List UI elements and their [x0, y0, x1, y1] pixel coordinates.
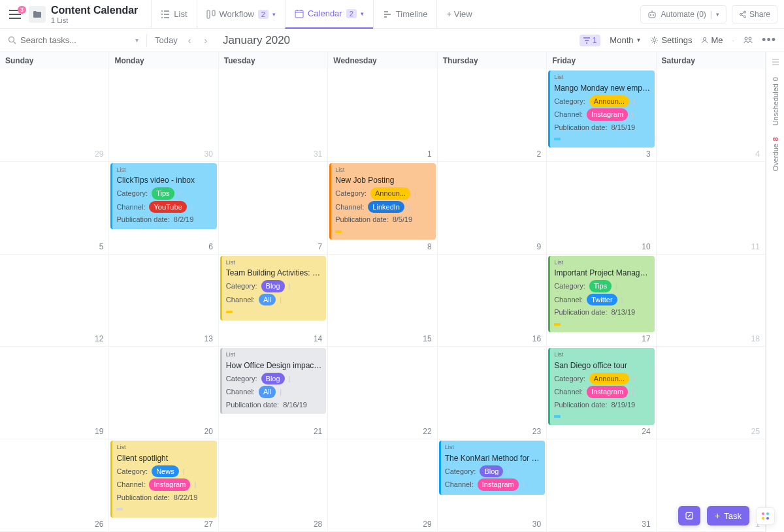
category-tag: Announ...: [589, 95, 629, 108]
calendar-cell[interactable]: 19: [0, 347, 109, 439]
calendar-cell[interactable]: 5: [0, 162, 109, 255]
pub-date: 8/2/19: [174, 214, 194, 225]
unscheduled-panel[interactable]: Unscheduled 0: [772, 77, 779, 125]
timeline-icon: [383, 10, 392, 19]
prev-month[interactable]: ‹: [186, 35, 194, 46]
overdue-panel[interactable]: Overdue 8: [772, 137, 779, 171]
calendar-cell[interactable]: 30: [109, 69, 218, 162]
day-number: 28: [314, 520, 322, 529]
share-button[interactable]: Share: [732, 5, 777, 23]
task-card[interactable]: ListSan Diego office tourCategory:Announ…: [548, 348, 654, 425]
search-box[interactable]: ▾: [8, 35, 139, 45]
task-card[interactable]: ListHow Office Design impacts PrCategory…: [220, 348, 326, 414]
caret-down-icon: ▼: [636, 37, 642, 43]
priority-flag: [116, 508, 123, 510]
search-input[interactable]: [20, 35, 112, 45]
task-card[interactable]: ListMango Monday new employeCategory:Ann…: [548, 70, 654, 148]
automate-button[interactable]: Automate (0) | ▾: [640, 5, 727, 23]
calendar-cell[interactable]: 22: [328, 347, 437, 439]
filter-icon: [583, 37, 590, 44]
calendar-cell[interactable]: 13: [109, 255, 218, 347]
day-number: 23: [532, 427, 541, 436]
calendar-cell[interactable]: 12: [0, 255, 109, 347]
calendar-cell[interactable]: 25: [657, 347, 766, 439]
calendar-cell[interactable]: ListSan Diego office tourCategory:Announ…: [547, 347, 656, 439]
calendar-cell[interactable]: ListTeam Building Activities: 25 ECatego…: [219, 255, 328, 347]
rail-toggle-icon[interactable]: [772, 59, 779, 65]
notepad-icon: [685, 511, 694, 520]
calendar-cell[interactable]: 15: [328, 255, 437, 347]
calendar-cell[interactable]: 2: [438, 69, 547, 162]
calendar-cell[interactable]: 31: [219, 69, 328, 162]
task-card[interactable]: ListClient spotlightCategory:News|Channe…: [110, 441, 216, 518]
view-tab-view[interactable]: + View: [436, 0, 481, 29]
calendar-cell[interactable]: ListImportant Project ManagemerCategory:…: [547, 255, 656, 347]
day-number: 14: [314, 334, 322, 343]
period-select[interactable]: Month ▼: [610, 35, 641, 45]
next-month[interactable]: ›: [201, 35, 210, 46]
day-number: 13: [204, 334, 212, 343]
view-tab-list[interactable]: List: [151, 0, 196, 29]
calendar-cell[interactable]: 4: [657, 69, 766, 162]
calendar-cell[interactable]: ListMango Monday new employeCategory:Ann…: [547, 69, 656, 162]
calendar-cell[interactable]: 23: [438, 347, 547, 439]
day-number: 11: [751, 242, 760, 251]
view-tab-workflow[interactable]: Workflow2▾: [197, 0, 285, 29]
calendar-cell[interactable]: 31: [547, 439, 656, 532]
assignee-filter[interactable]: [743, 37, 753, 44]
svg-point-4: [650, 14, 651, 16]
apps-button[interactable]: [756, 507, 775, 525]
weekday-header: Friday: [547, 52, 656, 69]
chevron-down-icon[interactable]: ▾: [135, 37, 139, 44]
task-card[interactable]: ListImportant Project ManagemerCategory:…: [548, 256, 654, 333]
svg-rect-2: [295, 10, 303, 18]
calendar-cell[interactable]: ListClickTips video - inboxCategory:Tips…: [109, 162, 218, 255]
view-tab-timeline[interactable]: Timeline: [373, 0, 437, 29]
calendar-cell[interactable]: ListNew Job PostingCategory:Announ...|Ch…: [328, 162, 437, 255]
task-title: Team Building Activities: 25 E: [226, 267, 322, 279]
calendar-cell[interactable]: 29: [0, 69, 109, 162]
task-card[interactable]: ListTeam Building Activities: 25 ECatego…: [220, 256, 326, 321]
menu-toggle[interactable]: 3: [7, 7, 24, 22]
calendar-cell[interactable]: ListClient spotlightCategory:News|Channe…: [109, 439, 218, 532]
today-button[interactable]: Today: [155, 35, 178, 45]
calendar-cell[interactable]: 9: [438, 162, 547, 255]
calendar-cell[interactable]: 10: [547, 162, 656, 255]
calendar-cell[interactable]: ListThe KonMari Method for ProjeCategory…: [438, 439, 547, 532]
folder-icon[interactable]: [29, 6, 46, 23]
svg-point-10: [653, 39, 656, 42]
calendar-cell[interactable]: 1: [328, 69, 437, 162]
me-filter[interactable]: Me: [701, 35, 723, 45]
subbar: ▾ Today ‹ › January 2020 1 Month ▼ Setti…: [0, 29, 784, 52]
calendar-cell[interactable]: 18: [657, 255, 766, 347]
calendar-cell[interactable]: 28: [219, 439, 328, 532]
pub-date: 8/5/19: [393, 214, 413, 225]
new-task-fab[interactable]: + Task: [707, 506, 749, 525]
footer-actions: + Task: [678, 506, 775, 525]
category-tag: Blog: [261, 373, 285, 385]
calendar-cell[interactable]: ListHow Office Design impacts PrCategory…: [219, 347, 328, 439]
day-number: 8: [427, 242, 432, 251]
channel-tag: Instagram: [587, 386, 628, 398]
task-card[interactable]: ListClickTips video - inboxCategory:Tips…: [110, 163, 216, 229]
task-card[interactable]: ListThe KonMari Method for ProjeCategory…: [439, 441, 545, 495]
notepad-fab[interactable]: [678, 506, 700, 525]
filter-pill[interactable]: 1: [580, 35, 601, 46]
category-tag: Announ...: [589, 373, 629, 385]
calendar-cell[interactable]: 16: [438, 255, 547, 347]
task-card[interactable]: ListNew Job PostingCategory:Announ...|Ch…: [329, 163, 435, 240]
calendar-cell[interactable]: 29: [328, 439, 437, 532]
pub-date: 8/15/19: [611, 122, 635, 133]
weekday-header: Sunday: [0, 52, 109, 69]
calendar-cell[interactable]: 7: [219, 162, 328, 255]
robot-icon: [647, 10, 657, 19]
settings-button[interactable]: Settings: [650, 35, 692, 45]
view-tab-calendar[interactable]: Calendar2▾: [285, 0, 373, 29]
more-menu[interactable]: •••: [762, 33, 776, 47]
day-number: 16: [532, 334, 541, 343]
calendar-cell[interactable]: 26: [0, 439, 109, 532]
calendar-cell[interactable]: 20: [109, 347, 218, 439]
calendar-cell[interactable]: 11: [657, 162, 766, 255]
day-number: 31: [314, 149, 322, 159]
day-number: 12: [95, 334, 103, 343]
